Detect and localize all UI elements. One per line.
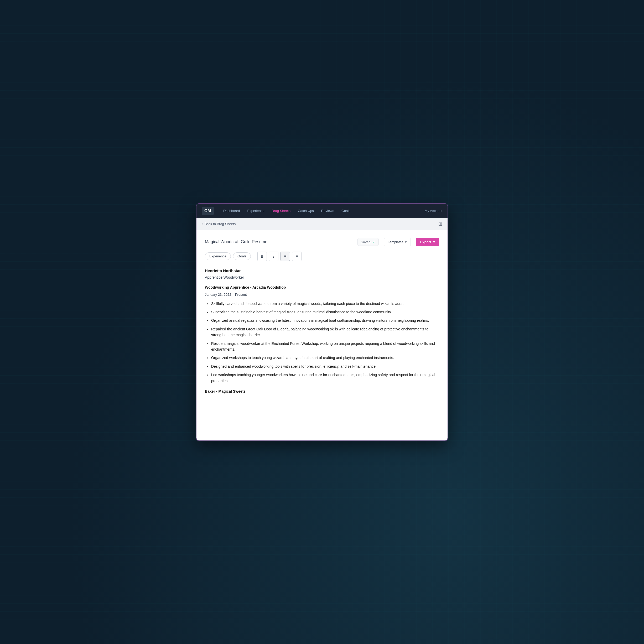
list-item: Supervised the sustainable harvest of ma… [211,309,439,315]
goals-tag-button[interactable]: Goals [233,252,251,260]
ordered-list-icon: ≡ [296,254,298,258]
document-title[interactable]: Magical Woodcraft Guild Resume [205,240,354,244]
list-item: Organized annual regattas showcasing the… [211,318,439,323]
nav-link-brag-sheets[interactable]: Brag Sheets [269,207,294,214]
list-item: Led workshops teaching younger woodworke… [211,372,439,384]
unordered-list-button[interactable]: ≡ [281,252,290,261]
export-chevron-icon: ▾ [433,240,435,244]
nav-link-catch-ups[interactable]: Catch Ups [295,207,317,214]
list-item: Designed and enhanced woodworking tools … [211,363,439,369]
chevron-left-icon: ‹ [202,222,203,226]
app-window: CM Dashboard Experience Brag Sheets Catc… [196,203,448,441]
chevron-down-icon: ▾ [405,240,407,244]
italic-button[interactable]: I [269,252,278,261]
account-link[interactable]: My Account [425,209,442,213]
list-item: Resident magical woodworker at the Encha… [211,341,439,352]
breadcrumb-label: Back to Brag Sheets [205,222,236,226]
job1-title: Woodworking Apprentice • Arcadia Woodsho… [205,284,439,291]
list-item: Repaired the ancient Great Oak Door of E… [211,326,439,338]
saved-badge: Saved ✓ [357,238,379,246]
list-item: Organized workshops to teach young wizar… [211,355,439,361]
nav-link-reviews[interactable]: Reviews [318,207,337,214]
job1-date: January 23, 2022 – Present [205,292,439,298]
breadcrumb-bar: ‹ Back to Brag Sheets ⊞ [196,218,448,230]
check-icon: ✓ [372,240,375,244]
main-content: Magical Woodcraft Guild Resume Saved ✓ T… [196,230,448,440]
unordered-list-icon: ≡ [284,254,287,258]
nav-link-dashboard[interactable]: Dashboard [220,207,243,214]
bold-button[interactable]: B [257,252,267,261]
toolbar-divider [254,253,254,260]
nav-link-experience[interactable]: Experience [244,207,268,214]
job2-title: Baker • Magical Sweets [205,388,439,395]
saved-label: Saved [361,240,371,244]
breadcrumb-back[interactable]: ‹ Back to Brag Sheets [202,222,236,226]
title-toolbar-row: Magical Woodcraft Guild Resume Saved ✓ T… [205,238,439,246]
nav-bar: CM Dashboard Experience Brag Sheets Catc… [196,204,448,218]
templates-label: Templates [388,240,403,244]
templates-button[interactable]: Templates ▾ [384,238,411,246]
editor-toolbar: Experience Goals B I ≡ ≡ [205,252,439,261]
experience-tag-button[interactable]: Experience [205,252,231,260]
italic-icon: I [273,254,274,258]
nav-link-goals[interactable]: Goals [338,207,354,214]
nav-links: Dashboard Experience Brag Sheets Catch U… [220,207,425,214]
list-item: Skillfully carved and shaped wands from … [211,301,439,307]
app-logo: CM [202,207,214,215]
export-button[interactable]: Export ▾ [416,238,439,246]
title-area: Magical Woodcraft Guild Resume [205,240,354,244]
document-content: Henrietta Northstar Apprentice Woodworke… [205,267,439,395]
person-subtitle: Apprentice Woodworker [205,274,439,281]
ordered-list-button[interactable]: ≡ [292,252,302,261]
settings-icon[interactable]: ⊞ [438,221,442,227]
person-name: Henrietta Northstar [205,267,439,274]
job1-bullets: Skillfully carved and shaped wands from … [205,301,439,384]
export-label: Export [420,240,431,244]
